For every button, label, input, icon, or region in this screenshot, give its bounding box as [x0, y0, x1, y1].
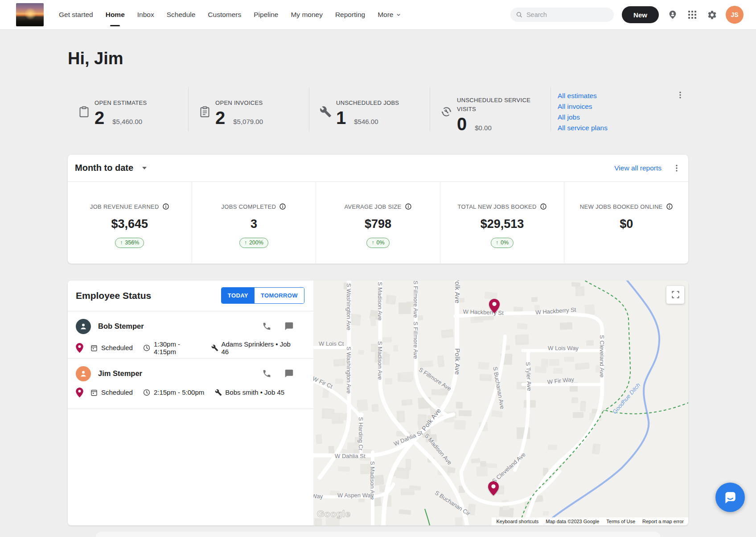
nav-item-schedule[interactable]: Schedule [167, 0, 196, 29]
terms-of-use-link[interactable]: Terms of Use [606, 519, 635, 524]
employee-time-range: 2:15pm - 5:00pm [154, 388, 204, 396]
user-avatar[interactable]: JS [726, 6, 744, 24]
employee-row-jim: Jim Stemper Scheduled 2:15pm - 5:00pm Bo… [68, 359, 313, 409]
metric-average-job-size: AVERAGE JOB SIZE $798 ↑0% [316, 182, 440, 263]
info-icon[interactable] [279, 203, 286, 210]
stat-label: UNSCHEDULED SERVICE VISITS [457, 96, 533, 114]
clock-icon [143, 388, 151, 397]
wrench-icon [320, 106, 332, 118]
stat-label: OPEN ESTIMATES [94, 99, 147, 107]
invoice-clipboard-icon [199, 106, 211, 118]
message-employee-button[interactable] [284, 369, 294, 379]
fullscreen-icon [671, 290, 680, 299]
info-icon[interactable] [666, 203, 673, 210]
link-all-invoices[interactable]: All invoices [558, 101, 608, 112]
date-range-selector[interactable]: Month to date [75, 163, 147, 173]
stats-overflow-menu-button[interactable] [675, 90, 686, 100]
metric-jobs-completed: JOBS COMPLETED 3 ↑200% [192, 182, 316, 263]
settings-button[interactable] [706, 9, 718, 21]
location-pin-icon [76, 388, 83, 397]
info-icon[interactable] [162, 203, 169, 210]
link-all-service-plans[interactable]: All service plans [558, 123, 608, 133]
keyboard-shortcuts-link[interactable]: Keyboard shortcuts [496, 519, 538, 524]
kebab-icon [676, 91, 685, 99]
top-navigation-bar: Get started Home Inbox Schedule Customer… [0, 0, 756, 30]
call-employee-button[interactable] [262, 369, 271, 379]
employee-name: Bob Stemper [98, 322, 144, 330]
nav-item-more[interactable]: More [378, 0, 402, 29]
employee-avatar [76, 319, 91, 334]
grid-icon [688, 11, 696, 19]
employee-status-card: Employee Status TODAY TOMORROW Bob Stemp… [68, 281, 688, 525]
message-employee-button[interactable] [284, 322, 294, 331]
nav-item-reporting[interactable]: Reporting [335, 0, 365, 29]
company-logo[interactable] [16, 3, 44, 26]
topbar-actions: New JS [510, 6, 744, 24]
info-icon[interactable] [405, 203, 412, 210]
employee-status-title: Employee Status [76, 290, 151, 301]
metric-total-new-jobs-booked: TOTAL NEW JOBS BOOKED $29,513 ↑0% [440, 182, 565, 263]
stat-label: OPEN INVOICES [215, 99, 263, 107]
link-all-jobs[interactable]: All jobs [558, 112, 608, 122]
phone-icon [262, 369, 271, 378]
change-badge: ↑0% [366, 238, 389, 248]
employee-job: Adams Sprinklers • Job 46 [222, 340, 294, 355]
nav-item-customers[interactable]: Customers [208, 0, 241, 29]
search-box[interactable] [510, 8, 614, 22]
next-section-card-top [96, 532, 660, 537]
employee-avatar [76, 366, 91, 381]
person-icon [79, 322, 88, 331]
calendar-icon [90, 388, 98, 397]
new-button[interactable]: New [622, 6, 659, 23]
month-to-date-overflow-menu-button[interactable] [671, 163, 682, 173]
nav-item-home[interactable]: Home [106, 0, 125, 29]
up-arrow-icon: ↑ [120, 240, 123, 246]
job-map-pin[interactable] [489, 299, 500, 313]
dashboard-page: Hi, Jim OPEN ESTIMATES 2 $5,460.00 OPEN … [0, 50, 756, 525]
nav-item-get-started[interactable]: Get started [59, 0, 93, 29]
person-pin-icon [668, 10, 678, 20]
stat-open-invoices: OPEN INVOICES 2 $5,079.00 [189, 87, 309, 132]
gps-tracking-button[interactable] [667, 9, 678, 21]
page-title: Hi, Jim [68, 50, 688, 68]
link-all-estimates[interactable]: All estimates [558, 91, 608, 101]
apps-grid-button[interactable] [686, 9, 698, 21]
info-icon[interactable] [540, 203, 547, 210]
nav-item-pipeline[interactable]: Pipeline [254, 0, 278, 29]
google-logo[interactable]: Google [317, 508, 350, 519]
view-all-reports-link[interactable]: View all reports [614, 164, 662, 172]
day-toggle: TODAY TOMORROW [221, 287, 304, 304]
stat-unscheduled-service-visits: UNSCHEDULED SERVICE VISITS 0 $0.00 [430, 87, 551, 132]
stat-value: 1 [336, 108, 346, 127]
card-title: Month to date [75, 163, 133, 173]
stat-value: 2 [94, 108, 104, 127]
map-attribution-bar: Keyboard shortcuts Map data ©2023 Google… [492, 517, 688, 525]
calendar-icon [90, 344, 98, 352]
nav-item-inbox[interactable]: Inbox [137, 0, 154, 29]
report-map-error-link[interactable]: Report a map error [642, 519, 684, 524]
stat-unscheduled-jobs: UNSCHEDULED JOBS 1 $546.00 [309, 87, 430, 132]
employee-time-range: 1:30pm - 4:15pm [154, 340, 201, 355]
job-map-pin[interactable] [488, 481, 499, 496]
kebab-icon [672, 164, 681, 173]
stat-quick-links: All estimates All invoices All jobs All … [551, 87, 608, 137]
search-input[interactable] [526, 11, 608, 18]
chat-launcher-button[interactable] [715, 483, 745, 512]
employee-status-value: Scheduled [101, 388, 133, 396]
job-wrench-icon [215, 389, 222, 396]
stat-open-estimates: OPEN ESTIMATES 2 $5,460.00 [68, 87, 189, 132]
search-icon [516, 11, 523, 19]
up-arrow-icon: ↑ [244, 240, 247, 246]
metric-job-revenue-earned: JOB REVENUE EARNED $3,645 ↑356% [68, 182, 192, 263]
tab-tomorrow[interactable]: TOMORROW [255, 288, 304, 303]
month-to-date-metrics: JOB REVENUE EARNED $3,645 ↑356% JOBS COM… [68, 182, 688, 263]
clipboard-icon [78, 106, 90, 118]
nav-item-my-money[interactable]: My money [291, 0, 323, 29]
jobs-map[interactable]: S Washington Ave S Washington Ave S Madi… [313, 281, 688, 525]
map-fullscreen-button[interactable] [666, 286, 684, 304]
tab-today[interactable]: TODAY [222, 288, 255, 303]
stat-value: 0 [457, 115, 467, 133]
stat-label: UNSCHEDULED JOBS [336, 99, 399, 107]
job-wrench-icon [211, 344, 218, 351]
call-employee-button[interactable] [262, 322, 271, 331]
